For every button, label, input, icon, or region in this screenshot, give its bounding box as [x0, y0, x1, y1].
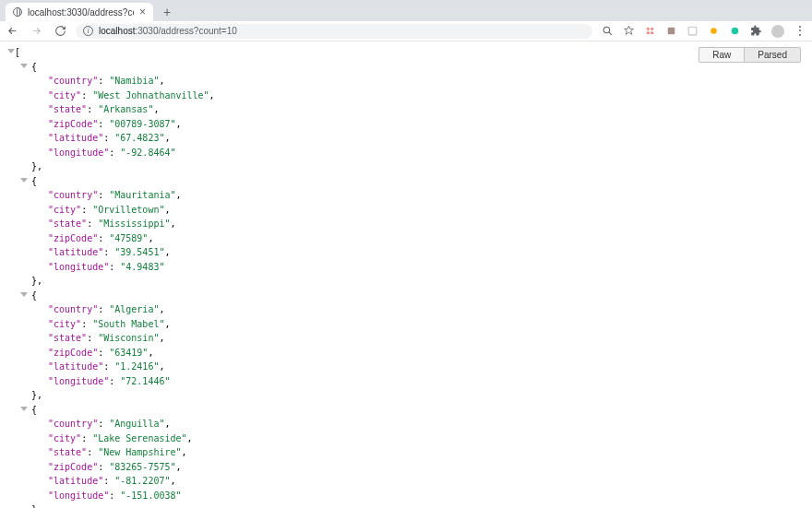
svg-point-7: [710, 28, 717, 34]
svg-rect-6: [688, 27, 697, 35]
reload-button[interactable]: [54, 25, 66, 38]
globe-icon: [13, 7, 22, 17]
svg-point-3: [647, 31, 650, 34]
toolbar: i localhost:3030/address?count=10 ⋮: [0, 21, 812, 41]
extension-icon-5[interactable]: [729, 25, 741, 37]
zoom-icon[interactable]: [602, 25, 614, 37]
svg-point-1: [647, 28, 650, 30]
svg-point-2: [651, 28, 653, 30]
json-viewer[interactable]: [{"country": "Namibia","city": "West Joh…: [4, 45, 812, 508]
site-info-icon[interactable]: i: [83, 26, 93, 36]
view-toggle: Raw Parsed: [699, 47, 801, 63]
extension-icon-1[interactable]: [644, 25, 656, 37]
parsed-button[interactable]: Parsed: [744, 47, 801, 63]
svg-point-0: [603, 27, 610, 33]
profile-avatar[interactable]: [771, 25, 784, 38]
close-icon[interactable]: ×: [139, 6, 146, 18]
url-text: localhost:3030/address?count=10: [99, 26, 237, 36]
back-button[interactable]: [6, 25, 18, 38]
address-bar[interactable]: i localhost:3030/address?count=10: [76, 24, 592, 39]
raw-button[interactable]: Raw: [699, 47, 744, 63]
extensions-icon[interactable]: [750, 25, 762, 37]
extension-icon-4[interactable]: [708, 25, 720, 37]
menu-icon[interactable]: ⋮: [794, 29, 806, 34]
bookmark-icon[interactable]: [623, 25, 635, 37]
tab-strip: localhost:3030/address?count × +: [0, 0, 812, 21]
svg-point-8: [732, 28, 739, 35]
extension-icon-2[interactable]: [665, 25, 677, 37]
extension-icon-3[interactable]: [687, 25, 699, 37]
browser-tab[interactable]: localhost:3030/address?count ×: [6, 3, 153, 21]
svg-point-4: [651, 31, 653, 34]
new-tab-button[interactable]: +: [159, 4, 175, 20]
svg-rect-5: [668, 28, 675, 35]
forward-button[interactable]: [30, 25, 42, 38]
content-area: Raw Parsed [{"country": "Namibia","city"…: [0, 41, 812, 508]
tab-title: localhost:3030/address?count: [28, 7, 134, 18]
